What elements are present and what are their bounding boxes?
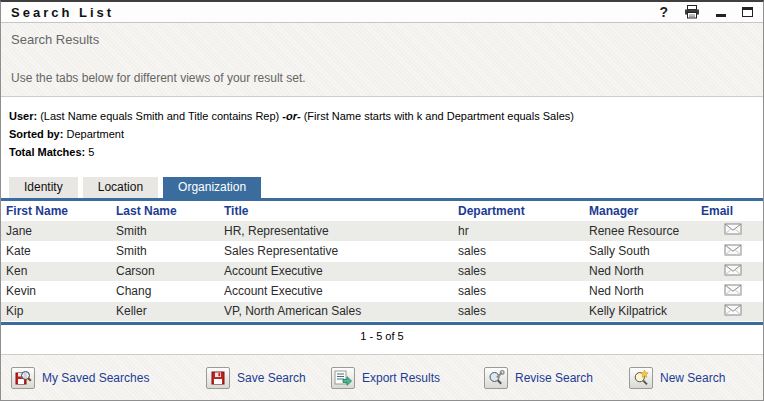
cell-first-name: Kevin [1,281,111,301]
total-matches-label: Total Matches: [9,146,85,158]
email-icon[interactable] [696,281,764,301]
table-row[interactable]: Kevin Chang Account Executive sales Ned … [1,281,764,301]
window-title: Search List [11,5,114,20]
revise-search-button[interactable]: Revise Search [484,367,593,389]
cell-last-name: Smith [111,221,219,241]
col-header-last-name[interactable]: Last Name [111,201,219,221]
export-results-icon [331,367,355,389]
cell-title: Sales Representative [219,241,453,261]
export-results-button[interactable]: Export Results [331,367,440,389]
criteria-matches-line: Total Matches: 5 [9,143,755,161]
cell-department: sales [453,261,584,281]
results-table: First Name Last Name Title Department Ma… [1,201,764,322]
page-title: Search Results [11,32,753,47]
view-tabs: Identity Location Organization [1,177,763,198]
export-results-label: Export Results [362,371,440,385]
cell-last-name: Smith [111,241,219,261]
cell-title: Account Executive [219,261,453,281]
cell-last-name: Carson [111,261,219,281]
cell-department: sales [453,301,584,321]
col-header-first-name[interactable]: First Name [1,201,111,221]
total-matches-value: 5 [88,146,94,158]
table-row[interactable]: Kate Smith Sales Representative sales Sa… [1,241,764,261]
sorted-by-label: Sorted by: [9,128,63,140]
print-icon[interactable] [684,5,700,19]
search-criteria: User: (Last Name equals Smith and Title … [1,97,763,161]
cell-title: Account Executive [219,281,453,301]
sorted-by-value: Department [66,128,123,140]
maximize-icon[interactable] [742,7,753,17]
user-criteria-part1: (Last Name equals Smith and Title contai… [40,110,279,122]
criteria-user-line: User: (Last Name equals Smith and Title … [9,107,755,125]
cell-last-name: Keller [111,301,219,321]
criteria-sorted-line: Sorted by: Department [9,125,755,143]
revise-search-label: Revise Search [515,371,593,385]
new-search-button[interactable]: New Search [629,367,725,389]
my-saved-searches-label: My Saved Searches [42,371,149,385]
search-list-window: Search List ? Search Results Use the tab… [0,0,764,401]
tab-location[interactable]: Location [83,177,158,198]
help-icon[interactable]: ? [659,5,668,19]
minimize-icon[interactable] [716,7,726,17]
cell-last-name: Chang [111,281,219,301]
footer-actions: My Saved Searches Save Search [1,354,763,400]
cell-first-name: Kate [1,241,111,261]
pagination-status: 1 - 5 of 5 [1,325,763,348]
user-criteria-part2: (First Name starts with k and Department… [304,110,574,122]
table-row[interactable]: Kip Keller VP, North American Sales sale… [1,301,764,321]
cell-manager: Sally South [584,241,696,261]
cell-title: HR, Representative [219,221,453,241]
user-label: User: [9,110,37,122]
col-header-title[interactable]: Title [219,201,453,221]
col-header-email[interactable]: Email [696,201,764,221]
cell-first-name: Ken [1,261,111,281]
save-search-button[interactable]: Save Search [206,367,306,389]
cell-department: sales [453,241,584,261]
tab-identity[interactable]: Identity [9,177,78,198]
new-search-icon [629,367,653,389]
cell-manager: Ned North [584,281,696,301]
titlebar: Search List ? [1,2,763,23]
cell-first-name: Jane [1,221,111,241]
revise-search-icon [484,367,508,389]
email-icon[interactable] [696,301,764,321]
my-saved-searches-button[interactable]: My Saved Searches [11,367,149,389]
email-icon[interactable] [696,261,764,281]
table-header-row: First Name Last Name Title Department Ma… [1,201,764,221]
or-token: -or- [282,110,300,122]
cell-manager: Ned North [584,261,696,281]
email-icon[interactable] [696,241,764,261]
instruction-text: Use the tabs below for different views o… [11,71,753,85]
col-header-department[interactable]: Department [453,201,584,221]
cell-department: hr [453,221,584,241]
tab-organization[interactable]: Organization [163,177,261,198]
save-search-icon [206,367,230,389]
save-search-label: Save Search [237,371,306,385]
results-header: Search Results Use the tabs below for di… [1,23,763,97]
cell-title: VP, North American Sales [219,301,453,321]
titlebar-icons: ? [659,5,753,19]
cell-manager: Renee Resource [584,221,696,241]
email-icon[interactable] [696,221,764,241]
cell-manager: Kelly Kilpatrick [584,301,696,321]
cell-first-name: Kip [1,301,111,321]
table-row[interactable]: Ken Carson Account Executive sales Ned N… [1,261,764,281]
content-area: User: (Last Name equals Smith and Title … [1,97,763,348]
saved-searches-icon [11,367,35,389]
col-header-manager[interactable]: Manager [584,201,696,221]
table-row[interactable]: Jane Smith HR, Representative hr Renee R… [1,221,764,241]
cell-department: sales [453,281,584,301]
new-search-label: New Search [660,371,725,385]
